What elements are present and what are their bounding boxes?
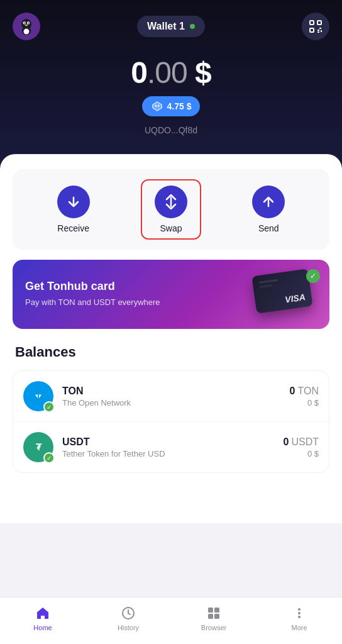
- usdt-token-info: USDT Tether Token for Tether USD: [62, 436, 275, 458]
- home-icon: [35, 605, 51, 621]
- ton-amount-value: 0: [290, 386, 295, 397]
- usdt-balance-item[interactable]: ₮ ✓ USDT Tether Token for Tether USD 0 U…: [13, 422, 329, 472]
- usdt-amount-unit: USDT: [291, 436, 319, 448]
- nav-home-label: Home: [33, 624, 52, 631]
- balance-section: 0.00 $ 4.75 $ UQDO...Qf8d: [13, 55, 329, 135]
- usdt-verified-icon: ✓: [43, 452, 55, 464]
- svg-rect-9: [310, 21, 314, 25]
- wallet-address[interactable]: UQDO...Qf8d: [25, 125, 317, 135]
- swap-button[interactable]: Swap: [141, 179, 201, 240]
- svg-rect-11: [310, 28, 314, 32]
- swap-label: Swap: [160, 223, 182, 233]
- nav-more-label: More: [291, 624, 307, 631]
- svg-point-4: [24, 23, 25, 24]
- wallet-name: Wallet 1: [147, 21, 185, 32]
- usdt-amount-value: 0: [284, 436, 289, 448]
- nav-history[interactable]: History: [103, 602, 153, 634]
- ton-token-icon: ✓: [23, 381, 53, 411]
- svg-rect-26: [214, 614, 219, 619]
- usdt-usd-value: 0 $: [284, 449, 319, 458]
- svg-rect-24: [214, 608, 219, 613]
- nav-history-label: History: [118, 624, 139, 631]
- ton-verified-icon: ✓: [43, 401, 55, 413]
- scan-button[interactable]: [302, 13, 329, 40]
- svg-rect-10: [317, 21, 321, 25]
- nav-home[interactable]: Home: [18, 602, 68, 634]
- ton-amount: 0 TON: [290, 386, 319, 397]
- more-icon: [291, 605, 307, 621]
- balances-title: Balances: [13, 344, 329, 360]
- promo-title: Get Tonhub card: [25, 280, 254, 293]
- svg-point-5: [28, 23, 30, 24]
- ton-balance-item[interactable]: ✓ TON The Open Network 0 TON 0 $: [13, 371, 329, 422]
- action-buttons: Receive Swap Send: [13, 169, 329, 250]
- promo-text: Get Tonhub card Pay with TON and USDT ev…: [25, 280, 254, 308]
- header-section: Wallet 1 0.00 $: [0, 0, 342, 173]
- ton-symbol: TON: [62, 386, 281, 397]
- svg-point-8: [24, 29, 30, 35]
- ton-balance-amount: 4.75 $: [167, 101, 192, 111]
- usdt-fullname: Tether Token for Tether USD: [62, 449, 275, 458]
- nav-browser-label: Browser: [201, 624, 226, 631]
- wallet-badge[interactable]: Wallet 1: [137, 16, 205, 37]
- swap-icon: [155, 186, 187, 218]
- balance-cents: .00: [147, 56, 187, 89]
- ton-usd-value: 0 $: [290, 398, 319, 408]
- ton-fullname: The Open Network: [62, 398, 281, 408]
- promo-banner[interactable]: Get Tonhub card Pay with TON and USDT ev…: [13, 260, 329, 329]
- avatar[interactable]: [13, 13, 40, 40]
- nav-more[interactable]: More: [274, 602, 324, 634]
- usdt-symbol: USDT: [62, 436, 275, 448]
- main-balance: 0.00 $: [25, 55, 317, 90]
- usdt-balance-display: 0 USDT 0 $: [284, 436, 319, 458]
- ton-amount-unit: TON: [298, 386, 319, 397]
- wallet-online-dot: [190, 24, 195, 29]
- usdt-amount: 0 USDT: [284, 436, 319, 448]
- usdt-token-icon: ₮ ✓: [23, 432, 53, 462]
- send-label: Send: [258, 223, 279, 233]
- receive-icon: [57, 186, 90, 218]
- visa-card: [251, 269, 312, 314]
- nav-browser[interactable]: Browser: [189, 602, 239, 634]
- promo-subtitle: Pay with TON and USDT everywhere: [25, 297, 254, 308]
- currency-symbol: $: [195, 56, 211, 89]
- promo-check-icon: ✓: [306, 269, 320, 283]
- card-section: Receive Swap Send Get Tonhub card Pay: [0, 154, 342, 523]
- ton-token-info: TON The Open Network: [62, 386, 281, 408]
- history-icon: [120, 605, 136, 621]
- browser-icon: [206, 605, 222, 621]
- send-icon: [252, 186, 285, 218]
- ton-balance-badge[interactable]: 4.75 $: [142, 96, 201, 116]
- send-button[interactable]: Send: [240, 180, 297, 238]
- svg-text:₮: ₮: [36, 442, 42, 452]
- header-top: Wallet 1: [13, 13, 329, 40]
- svg-point-27: [298, 612, 301, 614]
- balance-list: ✓ TON The Open Network 0 TON 0 $ ₮: [13, 370, 329, 473]
- svg-point-6: [25, 25, 28, 26]
- promo-card-image: ✓: [254, 272, 317, 316]
- receive-button[interactable]: Receive: [45, 180, 102, 238]
- svg-rect-25: [208, 614, 213, 619]
- receive-label: Receive: [57, 223, 89, 233]
- ton-balance-display: 0 TON 0 $: [290, 386, 319, 408]
- bottom-nav: Home History Browser: [0, 597, 342, 644]
- svg-rect-23: [208, 608, 213, 613]
- balance-whole: 0: [131, 56, 147, 89]
